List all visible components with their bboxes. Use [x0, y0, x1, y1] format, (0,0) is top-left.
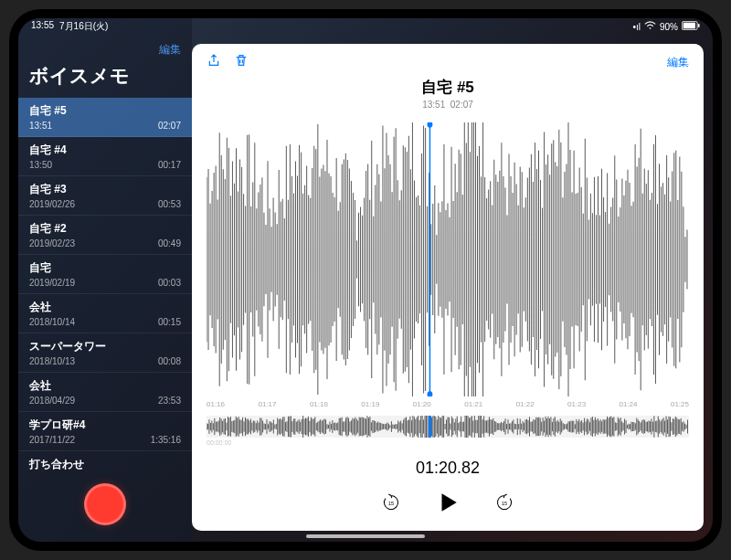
memo-duration: 02:07: [158, 121, 181, 131]
memo-name: スーパータワー: [29, 339, 181, 354]
timeline-ticks: 01:1601:1701:1801:1901:2001:2101:2201:23…: [207, 400, 689, 408]
memo-item[interactable]: 自宅 #5 13:5102:07: [18, 98, 192, 137]
memo-item[interactable]: 自宅 #2 2019/02/2300:49: [18, 216, 192, 255]
memo-name: 自宅 #4: [29, 143, 181, 158]
share-icon[interactable]: [207, 53, 221, 71]
battery-icon: [682, 21, 700, 32]
skip-forward-button[interactable]: 15: [494, 492, 514, 516]
battery-pct: 90%: [660, 22, 678, 32]
memo-duration: 00:49: [158, 238, 181, 248]
memo-name: 自宅 #3: [29, 182, 181, 197]
svg-text:15: 15: [502, 501, 507, 506]
status-date: 7月16日(火): [59, 20, 108, 33]
trash-icon[interactable]: [234, 53, 249, 71]
sidebar-title: ボイスメモ: [18, 58, 192, 98]
record-button[interactable]: [84, 483, 126, 525]
home-indicator[interactable]: [306, 534, 425, 538]
memo-duration: 00:17: [158, 160, 181, 170]
content-edit-button[interactable]: 編集: [667, 55, 689, 70]
memo-name: 自宅 #2: [29, 221, 181, 237]
memo-duration: 23:53: [158, 396, 181, 406]
memo-duration: 00:15: [158, 317, 181, 327]
memo-date: 2019/02/26: [29, 199, 75, 209]
sidebar: 編集 ボイスメモ 自宅 #5 13:5102:07自宅 #4 13:5000:1…: [18, 18, 192, 542]
memo-name: 学プロ研#4: [29, 417, 181, 433]
skip-back-button[interactable]: 15: [381, 492, 401, 516]
recording-title: 自宅 #5: [207, 77, 689, 98]
svg-point-4: [428, 122, 433, 128]
overview-playhead[interactable]: [429, 416, 431, 438]
memo-item[interactable]: 打ち合わせ 2017/11/1102:50: [18, 451, 192, 470]
status-bar: 13:55 7月16日(火) •ıl 90%: [18, 18, 713, 35]
status-time: 13:55: [31, 20, 54, 33]
memo-item[interactable]: 会社 2018/10/1400:15: [18, 294, 192, 333]
waveform-main[interactable]: [207, 122, 689, 396]
recording-meta: 13:51 02:07: [207, 100, 689, 110]
memo-duration: 00:53: [158, 199, 181, 209]
svg-rect-1: [683, 23, 695, 29]
memo-item[interactable]: 学プロ研#4 2017/11/221:35:16: [18, 412, 192, 451]
waveform-overview[interactable]: [207, 416, 689, 438]
memo-date: 2018/10/13: [29, 356, 75, 366]
svg-point-5: [428, 391, 433, 396]
memo-date: 2017/11/22: [29, 435, 75, 445]
memo-duration: 1:35:16: [151, 435, 181, 445]
signal-icon: •ıl: [632, 22, 641, 32]
overview-ticks: 00:00:00: [207, 439, 689, 446]
memo-item[interactable]: スーパータワー 2018/10/1300:08: [18, 333, 192, 373]
memo-name: 会社: [29, 378, 181, 394]
content-panel: 編集 自宅 #5 13:51 02:07 01:1601:1701:1801:1…: [192, 44, 704, 531]
memo-duration: 00:08: [158, 356, 181, 366]
memo-date: 2018/04/29: [29, 396, 75, 406]
memo-date: 2019/02/19: [29, 278, 75, 288]
sidebar-edit-button[interactable]: 編集: [159, 42, 181, 58]
wifi-icon: [644, 21, 656, 32]
memo-name: 会社: [29, 300, 181, 315]
memo-duration: 00:03: [158, 278, 181, 288]
svg-rect-2: [698, 24, 700, 27]
memo-name: 打ち合わせ: [29, 457, 181, 470]
memo-name: 自宅 #5: [29, 103, 181, 119]
play-button[interactable]: [436, 491, 460, 518]
memo-item[interactable]: 自宅 #4 13:5000:17: [18, 137, 192, 176]
memo-item[interactable]: 自宅 #3 2019/02/2600:53: [18, 176, 192, 216]
memo-date: 2018/10/14: [29, 317, 75, 327]
memo-date: 13:51: [29, 121, 52, 131]
memo-item[interactable]: 会社 2018/04/2923:53: [18, 373, 192, 412]
memo-date: 13:50: [29, 160, 52, 170]
memo-name: 自宅: [29, 260, 181, 276]
svg-text:15: 15: [388, 501, 394, 506]
playback-time: 01:20.82: [207, 459, 689, 478]
memo-date: 2019/02/23: [29, 238, 75, 248]
memo-item[interactable]: 自宅 2019/02/1900:03: [18, 255, 192, 294]
